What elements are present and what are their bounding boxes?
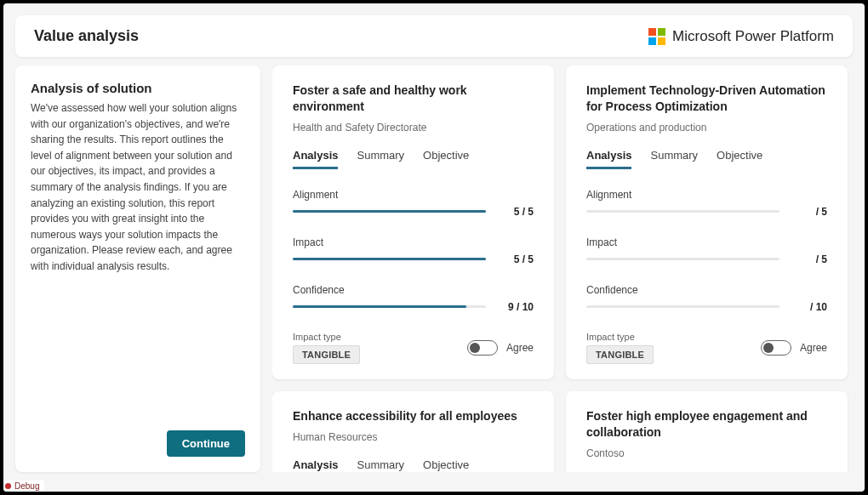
impact-bar bbox=[293, 258, 486, 260]
brand: Microsoft Power Platform bbox=[648, 28, 834, 45]
alignment-bar bbox=[293, 210, 486, 213]
tab-summary[interactable]: Summary bbox=[357, 458, 404, 472]
confidence-bar bbox=[293, 305, 486, 308]
impact-type-badge: TANGIBLE bbox=[293, 345, 360, 364]
card-tabs: Analysis Summary Objective bbox=[586, 149, 827, 170]
confidence-score: 9 / 10 bbox=[498, 301, 534, 313]
impact-type-label: Impact type bbox=[293, 332, 360, 342]
impact-type-badge: TANGIBLE bbox=[586, 345, 654, 364]
debug-label: Debug bbox=[14, 481, 39, 491]
objective-title: Foster a safe and healthy work environme… bbox=[293, 82, 534, 115]
objective-title: Implement Technology-Driven Automation f… bbox=[586, 82, 827, 115]
tab-objective[interactable]: Objective bbox=[717, 149, 762, 169]
metric-label-alignment: Alignment bbox=[293, 189, 534, 201]
objective-subtitle: Operations and production bbox=[586, 122, 827, 134]
objective-card: Enhance accessibility for all employees … bbox=[272, 391, 554, 472]
sidebar-title: Analysis of solution bbox=[31, 81, 245, 95]
metric-label-confidence: Confidence bbox=[586, 284, 827, 296]
continue-button[interactable]: Continue bbox=[167, 430, 245, 457]
metric-label-alignment: Alignment bbox=[586, 189, 827, 201]
metric-label-impact: Impact bbox=[293, 236, 534, 248]
card-tabs: Analysis Summary Objective bbox=[293, 149, 534, 170]
impact-bar bbox=[586, 258, 779, 260]
metric-impact: Impact 5 / 5 bbox=[293, 236, 534, 265]
alignment-score: 5 / 5 bbox=[498, 206, 534, 218]
objective-subtitle: Health and Safety Directorate bbox=[293, 122, 534, 134]
cards-scroll-area[interactable]: Foster a safe and healthy work environme… bbox=[272, 65, 853, 472]
metric-confidence: Confidence 9 / 10 bbox=[293, 284, 534, 313]
tab-analysis[interactable]: Analysis bbox=[293, 149, 338, 169]
brand-text: Microsoft Power Platform bbox=[672, 28, 834, 45]
debug-dot-icon bbox=[5, 483, 11, 489]
objective-title: Foster high employee engagement and coll… bbox=[586, 408, 827, 441]
objective-subtitle: Human Resources bbox=[293, 431, 534, 443]
impact-score: 5 / 5 bbox=[498, 253, 534, 265]
debug-indicator: Debug bbox=[3, 481, 44, 492]
tab-objective[interactable]: Objective bbox=[423, 149, 469, 169]
tab-objective[interactable]: Objective bbox=[423, 458, 469, 472]
header-bar: Value analysis Microsoft Power Platform bbox=[15, 15, 853, 57]
page-title: Value analysis bbox=[34, 27, 139, 45]
objective-card: Implement Technology-Driven Automation f… bbox=[566, 65, 848, 379]
alignment-bar bbox=[586, 210, 779, 213]
metric-label-confidence: Confidence bbox=[293, 284, 534, 296]
metric-alignment: Alignment 5 / 5 bbox=[293, 189, 534, 218]
agree-label: Agree bbox=[506, 342, 534, 354]
objective-subtitle: Contoso bbox=[586, 447, 827, 459]
metric-impact: Impact / 5 bbox=[586, 236, 827, 265]
objective-title: Enhance accessibility for all employees bbox=[293, 408, 534, 424]
tab-summary[interactable]: Summary bbox=[650, 149, 698, 169]
metric-alignment: Alignment / 5 bbox=[586, 189, 827, 218]
impact-score: / 5 bbox=[791, 253, 827, 265]
objective-card: Foster a safe and healthy work environme… bbox=[272, 65, 554, 379]
card-tabs: Analysis Summary Objective bbox=[293, 458, 534, 472]
confidence-score: / 10 bbox=[791, 301, 827, 313]
microsoft-logo-icon bbox=[648, 28, 665, 45]
confidence-bar bbox=[586, 305, 779, 308]
agree-label: Agree bbox=[800, 342, 827, 354]
sidebar-description: We've assessed how well your solution al… bbox=[31, 100, 245, 275]
analysis-sidebar: Analysis of solution We've assessed how … bbox=[15, 65, 260, 472]
metric-label-impact: Impact bbox=[586, 236, 827, 248]
tab-analysis[interactable]: Analysis bbox=[293, 458, 338, 472]
agree-toggle[interactable] bbox=[761, 340, 791, 356]
alignment-score: / 5 bbox=[791, 206, 827, 218]
agree-toggle[interactable] bbox=[467, 340, 498, 356]
tab-analysis[interactable]: Analysis bbox=[586, 149, 631, 169]
metric-confidence: Confidence / 10 bbox=[586, 284, 827, 313]
impact-type-label: Impact type bbox=[586, 332, 654, 342]
objective-card: Foster high employee engagement and coll… bbox=[566, 391, 848, 472]
tab-summary[interactable]: Summary bbox=[357, 149, 404, 169]
